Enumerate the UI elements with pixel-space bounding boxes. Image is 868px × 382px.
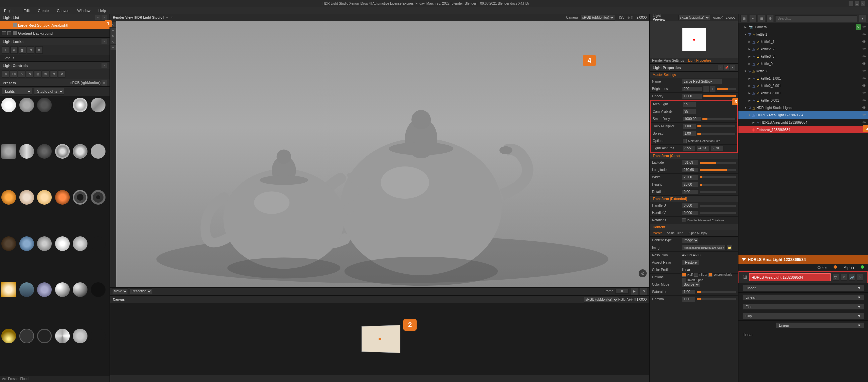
ctrl-eye[interactable]: 👁 xyxy=(42,70,50,78)
opacity-slider[interactable] xyxy=(704,95,736,97)
ctrl-x[interactable]: ✕ xyxy=(58,70,65,78)
name-input[interactable] xyxy=(682,79,722,84)
brightness-slider[interactable] xyxy=(717,88,736,90)
gear-button[interactable]: ⚙ xyxy=(639,269,647,277)
lp-pin[interactable]: 📌 xyxy=(724,65,729,70)
ctrl-add[interactable]: +⊕ xyxy=(10,70,18,78)
preset-36[interactable] xyxy=(91,329,105,343)
handle-v-input[interactable] xyxy=(682,210,699,216)
play-button[interactable]: ▶ xyxy=(631,288,638,295)
opacity-input[interactable] xyxy=(682,94,702,99)
preset-1[interactable] xyxy=(1,98,16,112)
preset-26[interactable] xyxy=(19,282,34,297)
preset-14[interactable] xyxy=(19,190,34,205)
preset-22[interactable] xyxy=(55,236,70,251)
rotation-slider[interactable] xyxy=(700,191,736,193)
handle-u-input[interactable] xyxy=(682,203,699,208)
node-link-btn[interactable]: 🔗 xyxy=(849,274,855,281)
color-mode-select[interactable]: Source xyxy=(682,282,700,288)
item-check-2b[interactable] xyxy=(7,31,11,35)
kettle1-eye-icon[interactable]: 👁 xyxy=(862,32,866,36)
preset-21[interactable] xyxy=(37,236,52,251)
latitude-slider[interactable] xyxy=(700,162,736,164)
reflection-select[interactable]: Reflection xyxy=(130,288,152,294)
preset-13[interactable] xyxy=(1,190,16,205)
dolly-mult-slider[interactable] xyxy=(698,125,735,127)
looks-default-item[interactable]: Default xyxy=(0,55,110,61)
light-list-btn-2[interactable]: × xyxy=(101,15,107,20)
tool-cursor[interactable]: ⊕ xyxy=(111,45,116,50)
cam-vis-input[interactable] xyxy=(683,109,696,114)
ctrl-rotate[interactable]: ↻ xyxy=(26,70,33,78)
brightness-up[interactable]: + xyxy=(710,86,715,92)
lightpaint-x[interactable] xyxy=(683,146,695,151)
looks-copy[interactable]: ⧉ xyxy=(10,46,18,54)
light-list-item-2[interactable]: Gradient Background xyxy=(0,29,110,37)
preset-30[interactable] xyxy=(91,282,105,297)
longitude-input[interactable] xyxy=(682,167,699,173)
preset-29[interactable] xyxy=(73,282,88,297)
colorspace-node-dropdown[interactable]: Linear ▼ xyxy=(776,322,864,328)
preset-31[interactable] xyxy=(1,329,16,343)
preset-6[interactable] xyxy=(91,98,105,112)
outliner-kettle1-1[interactable]: ▶ △ ⊿ kettle1_1 👁 xyxy=(739,38,868,45)
width-slider[interactable] xyxy=(700,176,736,178)
image-browse-btn[interactable]: 📁 xyxy=(727,245,732,250)
lightpaint-y[interactable] xyxy=(697,146,709,151)
tool-move[interactable]: ✥ xyxy=(111,28,116,33)
preset-34[interactable] xyxy=(55,329,70,343)
menu-help[interactable]: Help xyxy=(97,8,107,13)
gamma-input[interactable] xyxy=(682,297,695,302)
outliner-kettle3-001[interactable]: ▶ △ ⊿ kettle3_3.001 👁 xyxy=(739,89,868,97)
preset-17[interactable] xyxy=(73,190,88,205)
lp-colorspace[interactable]: sRGB (gbMonitor) xyxy=(678,15,710,20)
dolly-mult-input[interactable] xyxy=(683,124,696,129)
k11-eye[interactable]: 👁 xyxy=(862,40,866,44)
camera-eye-icon[interactable]: 👁 xyxy=(862,25,866,29)
handle-u-slider[interactable] xyxy=(700,205,736,207)
close-button[interactable]: ✕ xyxy=(861,1,865,6)
k0001-eye[interactable]: 👁 xyxy=(862,98,866,102)
flip-checkbox[interactable] xyxy=(694,273,698,277)
outliner-kettle1-group[interactable]: ▼ ▽ △ kettle 1 👁 xyxy=(739,31,868,38)
looks-delete[interactable]: 🗑 xyxy=(19,46,26,54)
rotations-checkbox[interactable] xyxy=(682,218,686,222)
preset-10[interactable] xyxy=(55,144,70,159)
tab-alpha-multiply[interactable]: Alpha Multiply xyxy=(686,230,710,236)
looks-btn[interactable]: × xyxy=(101,39,107,44)
preset-27[interactable] xyxy=(37,282,52,297)
longitude-slider[interactable] xyxy=(700,169,736,171)
k3001-eye[interactable]: 👁 xyxy=(862,91,866,95)
flat-dropdown[interactable]: Linear ▼ xyxy=(742,294,864,300)
preset-12[interactable] xyxy=(91,144,105,159)
hdrls-sub-eye[interactable]: 👁 xyxy=(862,120,866,124)
height-slider[interactable] xyxy=(700,184,736,186)
clip-dropdown[interactable]: Flat ▼ xyxy=(742,304,864,310)
outliner-tool-3[interactable]: ▦ xyxy=(758,15,765,22)
node-name-input[interactable] xyxy=(749,273,831,281)
preset-16[interactable] xyxy=(55,190,70,205)
menu-edit[interactable]: Edit xyxy=(22,8,31,13)
rotation-input[interactable] xyxy=(682,189,699,195)
preset-25[interactable] xyxy=(1,282,16,297)
item-check-1b[interactable] xyxy=(7,23,11,27)
presets-subcategory-select[interactable]: StudioLights xyxy=(34,88,64,95)
k22-eye[interactable]: 👁 xyxy=(862,47,866,51)
preset-18[interactable] xyxy=(91,190,105,205)
outliner-kettle2-001[interactable]: ▶ △ ⊿ kettle2_2.001 👁 xyxy=(739,82,868,89)
outliner-hdrls-area-light[interactable]: ▼ △ HDRLS Area Light 1232869534 👁 xyxy=(739,111,868,119)
outliner-camera[interactable]: ▶ 📷 Camera C 👁 xyxy=(739,23,868,31)
canvas-colorspace[interactable]: sRGB (gbMonitor) xyxy=(584,297,618,303)
ctrl-settings[interactable]: ⚙ xyxy=(50,70,57,78)
maximize-button[interactable]: □ xyxy=(855,1,859,6)
maintain-reflection-checkbox[interactable] xyxy=(683,139,687,143)
sync-button[interactable]: ↻ xyxy=(640,288,647,295)
saturation-input[interactable] xyxy=(682,289,695,295)
light-list-item-1[interactable]: Large Rect Softbox [AreaLight] 1 xyxy=(0,21,110,29)
preset-32[interactable] xyxy=(19,329,34,343)
menu-canvas[interactable]: Canvas xyxy=(55,8,70,13)
k2001-eye[interactable]: 👁 xyxy=(862,84,866,88)
ctrl-scale[interactable]: ⊞ xyxy=(34,70,41,78)
spread-input[interactable] xyxy=(683,131,696,136)
preset-5[interactable] xyxy=(73,98,88,112)
